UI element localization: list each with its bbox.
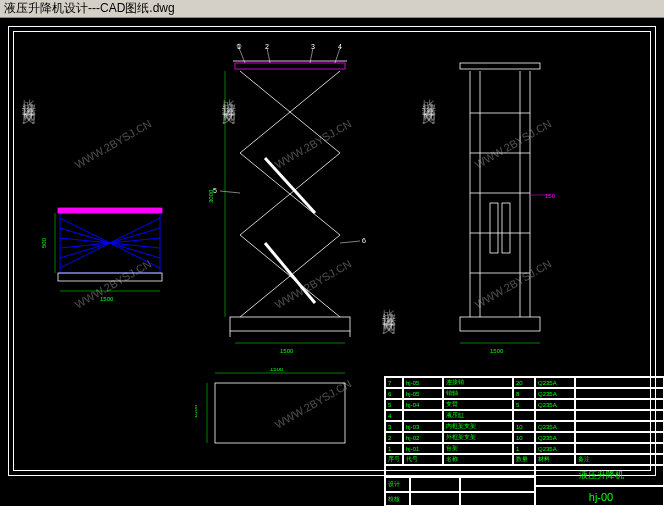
bom-header-name: 名称 [443,454,513,465]
bom-header-qty: 数量 [513,454,535,465]
bom-code: hj-05 [403,377,443,388]
dim-text: 1500 [490,348,504,354]
svg-rect-21 [230,317,350,331]
bom-no: 7 [385,377,403,388]
dim-text: 1500 [280,348,294,354]
dim-text: 1500 [270,368,284,372]
svg-rect-7 [58,208,162,213]
callout-number: 4 [338,43,342,50]
svg-rect-48 [215,383,345,443]
design-label: 设计 [385,477,410,492]
bom-no: 6 [385,388,403,399]
svg-rect-45 [460,317,540,331]
svg-rect-33 [460,63,540,69]
dim-text: 500 [41,237,47,248]
bom-spec: Q235A [535,377,575,388]
bom-header-note: 备注 [575,454,664,465]
main-view-scissor-lift: 1 2 3 4 5 6 3000 1500 [195,43,385,363]
dim-text: 3000 [208,189,214,203]
drawing-number: hj-00 [535,486,664,506]
left-view-collapsed: 500 1500 [40,193,180,308]
callout-number: 3 [311,43,315,50]
callout-number: 1 [237,43,241,50]
bom-header-no: 序号 [385,454,403,465]
drawing-title: 液压升降机 [535,465,664,486]
svg-line-29 [220,191,240,193]
bottom-view-plan: 1500 1000 [195,368,365,468]
title-block: 7 hj-05 连接销 20 Q235A 6 hj-05 销轴 8 Q235A … [384,376,664,506]
svg-line-30 [340,241,360,243]
dim-text: 1000 [195,404,198,418]
annotation-text: 150 [545,193,556,199]
svg-rect-11 [235,63,345,69]
svg-line-19 [265,243,315,303]
bom-header-mat: 材料 [535,454,575,465]
bom-header-code: 代号 [403,454,443,465]
svg-rect-44 [502,203,510,253]
dim-text: 1500 [100,296,114,302]
callout-number: 6 [362,237,366,244]
svg-line-20 [265,158,315,213]
cad-canvas: 500 1500 1 2 3 4 5 6 [0,18,664,506]
right-view-side: 1500 150 [430,43,570,363]
bom-qty: 20 [513,377,535,388]
window-titlebar: 液压升降机设计---CAD图纸.dwg [0,0,664,18]
check-label: 校核 [385,492,410,506]
svg-rect-8 [58,273,162,281]
svg-rect-43 [490,203,498,253]
callout-number: 2 [265,43,269,50]
filename-label: 液压升降机设计---CAD图纸.dwg [4,0,175,17]
bom-name: 连接销 [443,377,513,388]
